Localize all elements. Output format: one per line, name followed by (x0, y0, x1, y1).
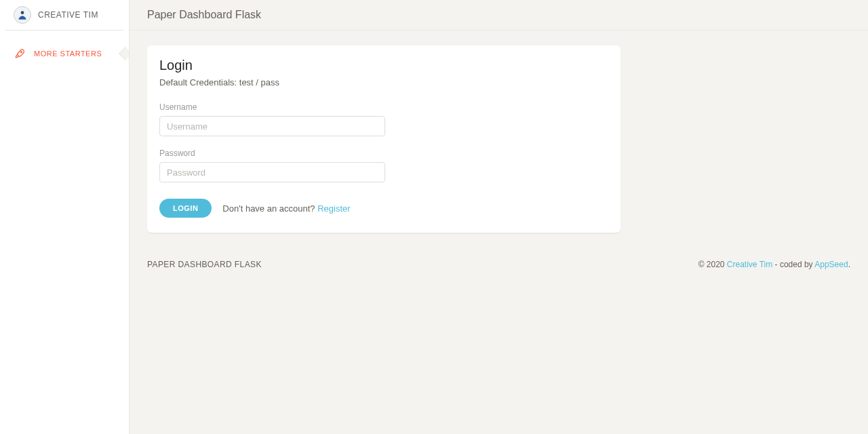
brand-link[interactable]: CREATIVE TIM (38, 10, 98, 20)
password-group: Password (159, 149, 608, 182)
footer: Paper Dashboard Flask © 2020 Creative Ti… (130, 233, 868, 269)
sidebar-item-more-starters[interactable]: More Starters (4, 41, 125, 66)
appseed-link[interactable]: AppSeed (814, 260, 848, 269)
sidebar: CREATIVE TIM More Starters (0, 0, 129, 434)
creative-tim-link[interactable]: Creative Tim (727, 260, 772, 269)
username-label: Username (159, 102, 608, 112)
footer-right: © 2020 Creative Tim - coded by AppSeed. (698, 260, 850, 269)
password-input[interactable] (159, 162, 385, 182)
login-card: Login Default Credentials: test / pass U… (147, 45, 620, 233)
footer-period: . (848, 260, 850, 269)
svg-point-2 (21, 52, 22, 53)
rocket-icon (14, 47, 27, 60)
coded-by-text: - coded by (772, 260, 814, 269)
login-button[interactable]: Login (159, 199, 212, 218)
password-label: Password (159, 149, 608, 158)
main-panel: Paper Dashboard Flask Login Default Cred… (129, 0, 868, 434)
content: Login Default Credentials: test / pass U… (130, 31, 868, 233)
avatar-icon (16, 9, 28, 21)
page-title: Paper Dashboard Flask (147, 9, 261, 21)
register-link[interactable]: Register (317, 203, 350, 214)
sidebar-item-label: More Starters (34, 50, 102, 58)
form-actions: Login Don't have an account? Register (159, 199, 608, 218)
register-prompt: Don't have an account? Register (222, 203, 350, 214)
sidebar-header: CREATIVE TIM (5, 0, 123, 31)
svg-point-0 (21, 11, 24, 14)
topbar: Paper Dashboard Flask (130, 0, 868, 31)
copyright-prefix: © 2020 (698, 260, 727, 269)
login-subtitle: Default Credentials: test / pass (159, 77, 608, 87)
footer-left: Paper Dashboard Flask (147, 260, 262, 269)
username-input[interactable] (159, 116, 385, 136)
login-title: Login (159, 58, 608, 73)
username-group: Username (159, 102, 608, 136)
avatar (14, 6, 31, 24)
no-account-text: Don't have an account? (222, 203, 317, 214)
sidebar-nav: More Starters (0, 31, 129, 77)
